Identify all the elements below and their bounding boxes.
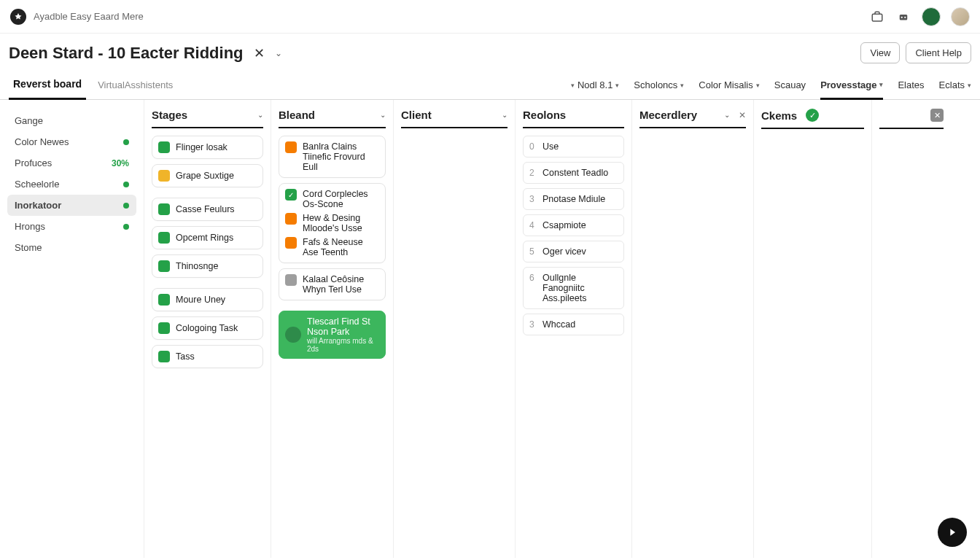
card[interactable]: ✓Cord Corplecles Os-SconeHew & Desing Ml… [279, 183, 386, 263]
list-item[interactable]: 5Oger vicev [523, 241, 624, 262]
filter-provesstage[interactable]: Provesstage ▾ [820, 79, 883, 100]
card[interactable]: Moure Uney [152, 288, 263, 311]
view-button[interactable]: View [860, 42, 900, 63]
filter-scauay[interactable]: Scauay [774, 79, 806, 90]
col-title: Bleand [279, 109, 315, 121]
sidebar-item-hrongs[interactable]: Hrongs [7, 216, 136, 237]
board: Stages⌄ Flinger losakGrape SuxtigeCasse … [144, 100, 980, 558]
tabsbar: Reverst board VirtualAsshistents ▾Nodl 8… [0, 71, 980, 100]
list-item[interactable]: 4Csapmiote [523, 214, 624, 236]
card[interactable]: Flinger losak [152, 136, 263, 159]
col-title: Client [401, 109, 432, 121]
col-mecerdlery: Mecerdlery⌄✕ [632, 100, 754, 558]
tab-virtual-assistants[interactable]: VirtualAsshistents [93, 71, 177, 100]
col-reolons: Reolons 0Use2Constent Teadlo3Pnotase Mdi… [516, 100, 632, 558]
filter-elates[interactable]: Elates [898, 79, 924, 90]
card[interactable]: Tass [152, 345, 263, 368]
col-client: Client⌄ [394, 100, 516, 558]
col-bleand: Bleand⌄ Banlra Clains Tiinefic Frovurd E… [271, 100, 394, 558]
avatar-1[interactable] [922, 7, 941, 26]
card[interactable]: Cologoing Task [152, 316, 263, 340]
avatar-2[interactable] [951, 7, 970, 26]
fab-button[interactable] [938, 518, 967, 547]
card[interactable]: Grape Suxtige [152, 164, 263, 187]
sidebar: GangeColor NewesProfuces30%ScheelorleIno… [0, 100, 144, 558]
col-title: Stages [152, 109, 187, 121]
filter-color-misalis[interactable]: Color Misalis ▾ [699, 79, 759, 90]
main: GangeColor NewesProfuces30%ScheelorleIno… [0, 100, 980, 558]
filter-scholoncs[interactable]: Scholoncs ▾ [634, 79, 684, 90]
col-title: Reolons [523, 109, 566, 121]
sidebar-item-color newes[interactable]: Color Newes [7, 131, 136, 152]
client-help-button[interactable]: Client Help [906, 42, 971, 63]
sidebar-item-gange[interactable]: Gange [7, 110, 136, 131]
chevron-down-icon[interactable]: ⌄ [275, 48, 282, 58]
svg-point-3 [904, 16, 906, 18]
sidebar-item-inorkatoor[interactable]: Inorkatoor [7, 195, 136, 216]
titlebar: Deen Stard - 10 Eacter Ridding ✕ ⌄ View … [0, 34, 980, 71]
chevron-down-icon[interactable]: ⌄ [257, 111, 263, 119]
sidebar-item-stome[interactable]: Stome [7, 237, 136, 258]
list-item[interactable]: 0Use [523, 136, 624, 158]
page-title: Deen Stard - 10 Eacter Ridding [9, 44, 244, 63]
topbar: Ayadble Easy Eaard Mere [0, 0, 980, 34]
col-stages: Stages⌄ Flinger losakGrape SuxtigeCasse … [144, 100, 271, 558]
filter-nodl-8-1[interactable]: ▾Nodl 8.1 ▾ [571, 79, 619, 90]
app-logo[interactable] [10, 9, 26, 25]
svg-rect-0 [872, 14, 882, 21]
chevron-down-icon[interactable]: ⌄ [724, 111, 730, 119]
col-title: Ckems [761, 109, 797, 122]
card[interactable]: Thinosnge [152, 254, 263, 278]
list-item[interactable]: 3Whccad [523, 314, 624, 335]
card[interactable]: Banlra Clains Tiinefic Frovurd Eull [279, 136, 386, 178]
col-ckems: Ckems✓ [754, 100, 872, 558]
sidebar-item-profuces[interactable]: Profuces30% [7, 152, 136, 174]
close-icon[interactable]: ✕ [930, 109, 944, 122]
card[interactable]: Kalaal Ceôsine Whyn Terl Use [279, 268, 386, 300]
bot-icon[interactable] [895, 9, 911, 25]
sidebar-item-scheelorle[interactable]: Scheelorle [7, 174, 136, 195]
col-extra: ✕ [872, 100, 951, 558]
close-icon[interactable]: ✕ [251, 45, 268, 61]
briefcase-icon[interactable] [869, 9, 885, 25]
check-icon: ✓ [806, 109, 819, 122]
list-item[interactable]: 6Oullgnle Fanogniitc Ass.pileets [523, 267, 624, 309]
close-icon[interactable]: ✕ [739, 110, 746, 120]
card-highlight[interactable]: Tlescarl Find St Nson Parkwill Arrangms … [279, 311, 386, 359]
col-title: Mecerdlery [639, 109, 697, 121]
card[interactable]: Casse Feulurs [152, 198, 263, 221]
tab-reverst-board[interactable]: Reverst board [9, 71, 86, 100]
card[interactable]: Opcemt Rings [152, 226, 263, 249]
svg-point-2 [901, 16, 903, 18]
chevron-down-icon[interactable]: ⌄ [502, 111, 508, 119]
svg-rect-1 [900, 15, 908, 20]
list-item[interactable]: 2Constent Teadlo [523, 162, 624, 184]
chevron-down-icon[interactable]: ⌄ [380, 111, 386, 119]
filter-eclats[interactable]: Eclats ▾ [939, 79, 971, 90]
list-item[interactable]: 3Pnotase Mdiule [523, 188, 624, 210]
brand-text: Ayadble Easy Eaard Mere [34, 11, 144, 22]
